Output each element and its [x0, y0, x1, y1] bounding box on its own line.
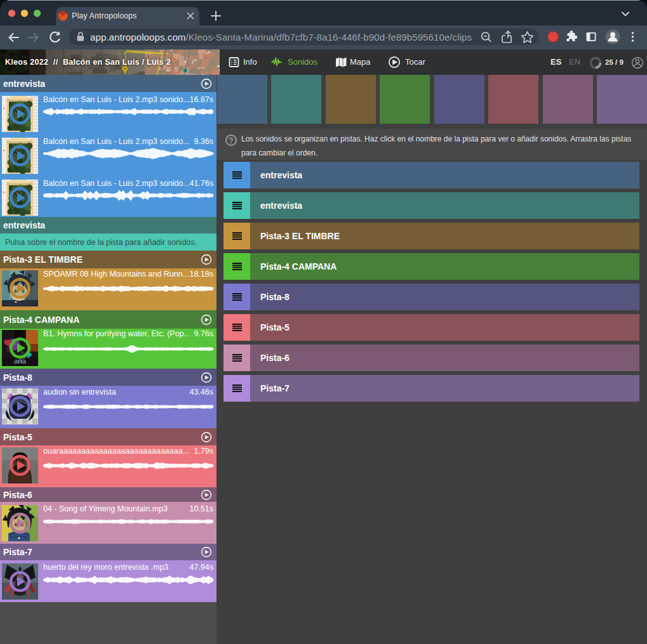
svg-text:?: ? — [229, 136, 233, 145]
svg-text:aña: aña — [14, 357, 27, 365]
